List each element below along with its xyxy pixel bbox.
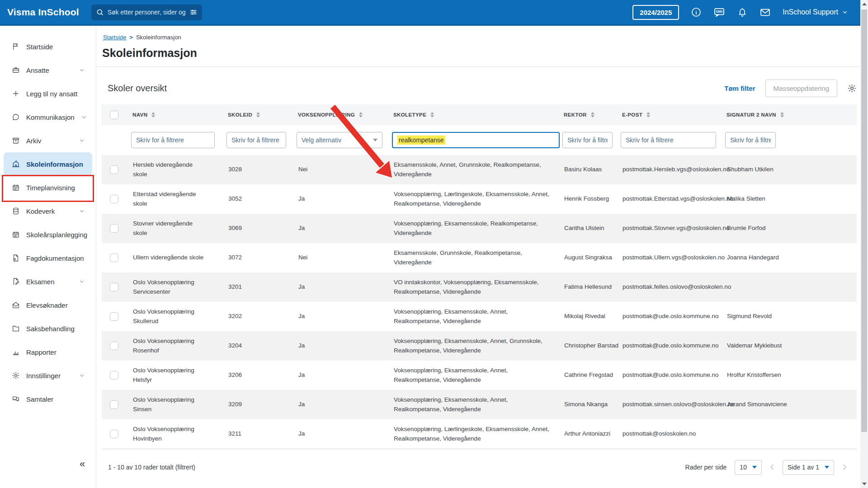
column-header-voksenopplaering[interactable]: VOKSENOPPLÆRING [296, 112, 392, 117]
sort-icon[interactable] [256, 112, 260, 117]
global-search[interactable] [91, 5, 202, 20]
sidebar-item-eksamen[interactable]: Eksamen [0, 270, 96, 293]
cell-voksenopplaering: Ja [296, 338, 392, 353]
sidebar-item-skolearsplanlegging[interactable]: Skoleårsplanlegging [0, 223, 96, 246]
sidebar-item-kommunikasjon[interactable]: Kommunikasjon [0, 105, 96, 129]
schools-table: NAVNSKOLEIDVOKSENOPPLÆRINGSKOLETYPEREKTO… [102, 104, 857, 449]
select-all-checkbox[interactable] [110, 111, 118, 119]
sidebar-item-skoleinformasjon[interactable]: Skoleinformasjon [4, 152, 92, 176]
column-header-rektor[interactable]: REKTOR [562, 112, 620, 117]
sort-icon[interactable] [646, 112, 650, 117]
cell-navn: Oslo Voksenopplæring Hovinbyen [131, 422, 226, 446]
sidebar-collapse-button[interactable]: « [80, 458, 85, 470]
mail-icon[interactable] [760, 7, 771, 18]
cell-rektor: Cathrine Fregstad [562, 368, 620, 382]
row-checkbox[interactable] [110, 253, 118, 262]
sidebar-item-elevsoknader[interactable]: Elevsøknader [0, 293, 96, 317]
sidebar-item-startside[interactable]: Startside [0, 35, 96, 58]
sms-icon[interactable]: SMS [713, 6, 725, 18]
next-page-button[interactable] [840, 463, 849, 471]
bulk-update-button[interactable]: Masseoppdatering [765, 80, 837, 97]
flag-icon [12, 42, 20, 51]
scrollbar-up-arrow[interactable] [862, 3, 867, 5]
section-title: Skoler oversikt [108, 83, 167, 94]
sidebar-item-label: Innstillinger [26, 372, 61, 380]
sidebar-item-timeplanvisning[interactable]: Timeplanvisning [0, 176, 96, 199]
cell-skoleid: 3052 [226, 192, 296, 206]
scrollbar-thumb[interactable] [861, 9, 867, 432]
cell-skoleid: 3201 [226, 280, 296, 294]
row-checkbox[interactable] [110, 371, 118, 380]
document-icon [12, 254, 20, 262]
sidebar-item-fagdokumentasjon[interactable]: Fagdokumentasjon [0, 246, 96, 270]
cell-skoletype: VO inntakskontor, Voksenopplæring, Eksam… [392, 275, 562, 299]
column-header-skoletype[interactable]: SKOLETYPE [392, 112, 562, 117]
column-header-skoleid[interactable]: SKOLEID [226, 112, 296, 117]
cell-skoletype: Voksenopplæring, Eksamensskole, Annet, G… [392, 334, 562, 358]
sidebar-item-innstillinger[interactable]: Innstillinger [0, 364, 96, 387]
sidebar-item-rapporter[interactable]: Rapporter [0, 340, 96, 364]
table-row: Oslo Voksenopplæring Sinsen3209JaVokseno… [102, 390, 857, 419]
filter-voksenopplaering-select[interactable]: Velg alternativ [297, 132, 382, 148]
row-checkbox[interactable] [110, 400, 118, 409]
sort-icon[interactable] [151, 112, 155, 117]
sidebar-item-samtaler[interactable]: Samtaler [0, 387, 96, 411]
user-menu[interactable]: InSchool Support [783, 8, 848, 16]
breadcrumb-home-link[interactable]: Startside [103, 34, 126, 41]
table-row: Oslo Voksenopplæring Skullerud3202JaVoks… [102, 302, 857, 331]
highlighted-filter-text: realkompetanse [397, 136, 445, 145]
scrollbar-down-arrow[interactable] [862, 483, 867, 485]
row-checkbox[interactable] [110, 224, 118, 233]
column-header-navn[interactable]: NAVN [131, 112, 226, 117]
title-divider [97, 66, 860, 67]
sort-icon[interactable] [359, 112, 363, 117]
gear-icon[interactable] [847, 84, 857, 93]
filter-skoletype-input[interactable]: realkompetanse [392, 132, 560, 148]
chevron-down-icon [81, 114, 87, 120]
filter-sliders-icon[interactable] [189, 8, 198, 16]
prev-page-button[interactable] [768, 463, 776, 471]
sidebar-item-arkiv[interactable]: Arkiv [0, 129, 96, 152]
table-row: Stovner videregående skole3069JaVoksenop… [102, 214, 857, 243]
sort-icon[interactable] [591, 112, 594, 117]
calendar-icon [12, 230, 20, 239]
school-year-button[interactable]: 2024/2025 [632, 5, 679, 20]
row-checkbox[interactable] [110, 283, 118, 291]
cell-skoletype: Voksenopplæring, Eksamensskole, Annet, R… [392, 393, 562, 417]
sort-icon[interactable] [780, 112, 784, 117]
filter-navn-input[interactable] [131, 132, 215, 148]
filter-epost-input[interactable] [621, 132, 716, 148]
row-checkbox[interactable] [110, 430, 118, 438]
sidebar-item-ansatte[interactable]: Ansatte [0, 58, 96, 82]
row-checkbox[interactable] [110, 312, 118, 321]
sidebar-item-kodeverk[interactable]: Kodeverk [0, 199, 96, 223]
sidebar-item-saksbehandling[interactable]: Saksbehandling [0, 317, 96, 340]
sort-icon[interactable] [430, 112, 434, 117]
sidebar-item-legg-til-ny-ansatt[interactable]: Legg til ny ansatt [0, 82, 96, 105]
cell-skoletype: Eksamensskole, Grunnskole, Realkompetans… [392, 246, 562, 270]
cell-signatur2: Hrolfur Kristoffersen [725, 368, 857, 382]
filter-skoleid-input[interactable] [226, 132, 286, 148]
breadcrumb-separator: > [129, 34, 133, 41]
column-label: NAVN [132, 112, 147, 117]
filter-rektor-input[interactable] [562, 132, 613, 148]
rows-per-page-select[interactable]: 10 [735, 460, 762, 475]
chevron-down-icon [79, 278, 87, 285]
filter-signatur2-input[interactable] [725, 132, 776, 148]
column-label: E-POST [622, 112, 642, 117]
info-icon[interactable] [691, 7, 702, 18]
row-checkbox[interactable] [110, 342, 118, 350]
vertical-scrollbar[interactable] [860, 0, 868, 488]
cell-skoleid: 3211 [226, 427, 296, 441]
select-caret-icon [373, 139, 377, 141]
row-checkbox[interactable] [110, 165, 118, 174]
column-header-epost[interactable]: E-POST [620, 112, 725, 117]
search-input[interactable] [108, 9, 186, 16]
cell-skoletype: Eksamensskole, Annet, Grunnskole, Realko… [392, 158, 562, 182]
sidebar-item-label: Ansatte [26, 66, 49, 74]
page-indicator-select[interactable]: Side 1 av 1 [783, 460, 834, 475]
row-checkbox[interactable] [110, 195, 118, 203]
column-header-signatur2[interactable]: SIGNATUR 2 NAVN [725, 112, 857, 117]
bell-icon[interactable] [737, 7, 748, 18]
clear-filter-link[interactable]: Tøm filter [724, 84, 755, 92]
